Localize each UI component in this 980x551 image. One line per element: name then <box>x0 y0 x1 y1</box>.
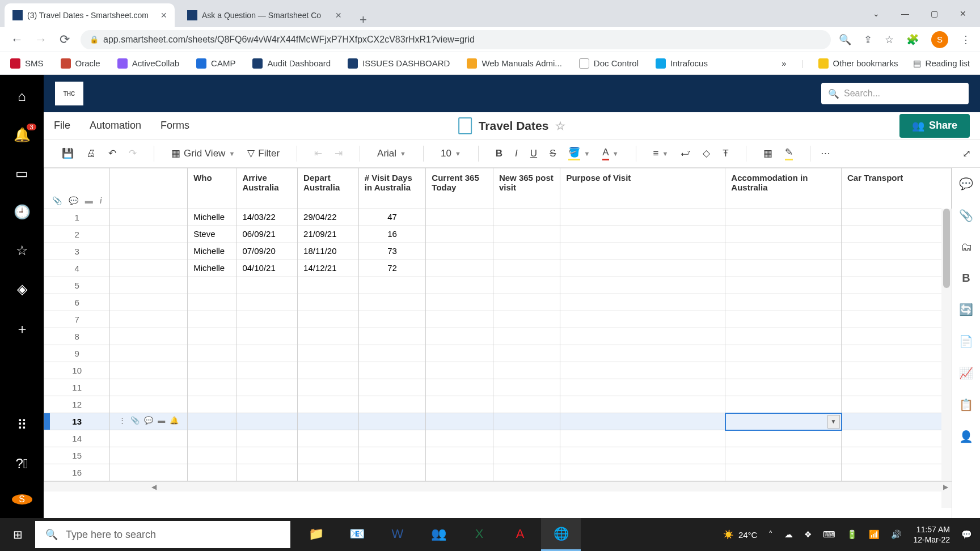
row-actions-cell[interactable] <box>110 362 188 379</box>
cell[interactable] <box>358 362 426 379</box>
cell[interactable] <box>188 277 236 294</box>
strikethrough-icon[interactable]: S <box>547 146 558 162</box>
activity-log-icon[interactable]: 📈 <box>959 366 973 380</box>
add-icon[interactable]: ＋ <box>15 320 29 338</box>
cell[interactable] <box>842 328 952 345</box>
global-search-input[interactable]: 🔍 Search... <box>821 83 969 104</box>
wrap-icon[interactable]: ⮐ <box>678 146 692 162</box>
cell[interactable] <box>560 277 725 294</box>
cell[interactable] <box>560 311 725 328</box>
row-actions-cell[interactable] <box>110 294 188 311</box>
column-header[interactable]: Purpose of Visit <box>560 168 725 209</box>
row-number[interactable]: 8 <box>44 328 110 345</box>
bookmark-intrafocus[interactable]: Intrafocus <box>656 58 708 69</box>
sheet-title[interactable]: Travel Dates <box>479 119 549 133</box>
cell[interactable]: 47 <box>358 209 426 226</box>
row-actions-cell[interactable] <box>110 379 188 396</box>
cell[interactable] <box>560 413 725 430</box>
cell[interactable] <box>298 328 359 345</box>
cell[interactable] <box>188 447 236 464</box>
row-number[interactable]: 16 <box>44 464 110 481</box>
tab-dropdown-icon[interactable]: ⌄ <box>873 9 880 18</box>
browser-tab-active[interactable]: (3) Travel Dates - Smartsheet.com × <box>5 3 175 27</box>
cell[interactable] <box>426 294 493 311</box>
cell[interactable] <box>725 209 842 226</box>
cell[interactable] <box>560 379 725 396</box>
cell[interactable]: 14/03/22 <box>236 209 298 226</box>
row-number[interactable]: 10 <box>44 362 110 379</box>
cell[interactable]: Steve <box>188 226 236 243</box>
row-actions-cell[interactable] <box>110 260 188 277</box>
battery-icon[interactable]: 🔋 <box>847 529 858 540</box>
cell[interactable] <box>725 277 842 294</box>
cell[interactable] <box>298 379 359 396</box>
cell[interactable]: 29/04/22 <box>298 209 359 226</box>
cell[interactable] <box>188 345 236 362</box>
cell[interactable] <box>298 311 359 328</box>
bookmark-sms[interactable]: SMS <box>10 58 44 69</box>
highlight-changes-icon[interactable]: ✎ <box>783 144 795 163</box>
close-tab-icon[interactable]: × <box>160 10 167 22</box>
cell[interactable] <box>298 413 359 430</box>
taskbar-excel[interactable]: X <box>459 518 499 551</box>
close-tab-icon[interactable]: × <box>335 10 341 22</box>
cell[interactable] <box>725 362 842 379</box>
cell[interactable]: 07/09/20 <box>236 243 298 260</box>
horizontal-scrollbar[interactable]: ◀ ▶ <box>44 481 952 491</box>
cell[interactable] <box>493 430 560 447</box>
weather-widget[interactable]: ☀️ 24°C <box>723 529 758 540</box>
cell[interactable] <box>560 209 725 226</box>
row-number[interactable]: 7 <box>44 311 110 328</box>
bookmark-oracle[interactable]: Oracle <box>61 58 100 69</box>
bookmark-activecollab[interactable]: ActiveCollab <box>117 58 179 69</box>
cell[interactable] <box>493 328 560 345</box>
cell[interactable]: 18/11/20 <box>298 243 359 260</box>
tray-chevron-icon[interactable]: ˄ <box>768 529 773 540</box>
column-header-gap[interactable] <box>110 168 188 209</box>
favorites-icon[interactable]: ☆ <box>16 243 28 258</box>
row-actions-cell[interactable] <box>110 277 188 294</box>
taskbar-outlook[interactable]: 📧 <box>337 518 377 551</box>
row-number[interactable]: 15 <box>44 447 110 464</box>
cell[interactable] <box>842 277 952 294</box>
bookmark-doccontrol[interactable]: Doc Control <box>579 58 639 69</box>
taskbar-explorer[interactable]: 📁 <box>296 518 336 551</box>
row-number[interactable]: 13 <box>44 413 110 430</box>
cell[interactable] <box>236 413 298 430</box>
maximize-icon[interactable]: ▢ <box>931 9 938 18</box>
reload-button[interactable]: ⟳ <box>57 32 73 47</box>
row-number[interactable]: 2 <box>44 226 110 243</box>
cell[interactable] <box>842 430 952 447</box>
cell[interactable] <box>725 311 842 328</box>
row-actions-cell[interactable] <box>110 464 188 481</box>
recents-icon[interactable]: 🕘 <box>14 204 31 220</box>
cell[interactable] <box>236 396 298 413</box>
cell[interactable] <box>188 464 236 481</box>
cell[interactable] <box>842 396 952 413</box>
cell[interactable] <box>188 413 236 430</box>
chrome-menu-icon[interactable]: ⋮ <box>961 33 971 46</box>
cell[interactable]: Michelle <box>188 209 236 226</box>
favorite-star-icon[interactable]: ☆ <box>555 119 565 133</box>
cell[interactable] <box>426 311 493 328</box>
cell[interactable] <box>725 294 842 311</box>
column-header[interactable]: Current 365 Today <box>426 168 493 209</box>
vertical-scrollbar[interactable] <box>941 209 952 508</box>
cell[interactable] <box>298 396 359 413</box>
cell[interactable]: 73 <box>358 243 426 260</box>
cell[interactable] <box>560 243 725 260</box>
cell[interactable] <box>493 345 560 362</box>
cell[interactable] <box>236 362 298 379</box>
cell[interactable] <box>560 226 725 243</box>
cell[interactable] <box>842 345 952 362</box>
cell[interactable] <box>426 447 493 464</box>
filter-button[interactable]: ▽ Filter <box>245 145 282 162</box>
cell[interactable] <box>842 464 952 481</box>
row-number[interactable]: 1 <box>44 209 110 226</box>
cell[interactable] <box>236 277 298 294</box>
input-icon[interactable]: ⌨ <box>823 529 835 540</box>
cell[interactable] <box>725 345 842 362</box>
summary-icon[interactable]: 📋 <box>959 398 973 412</box>
cell[interactable] <box>188 396 236 413</box>
print-icon[interactable]: 🖨 <box>84 146 98 162</box>
